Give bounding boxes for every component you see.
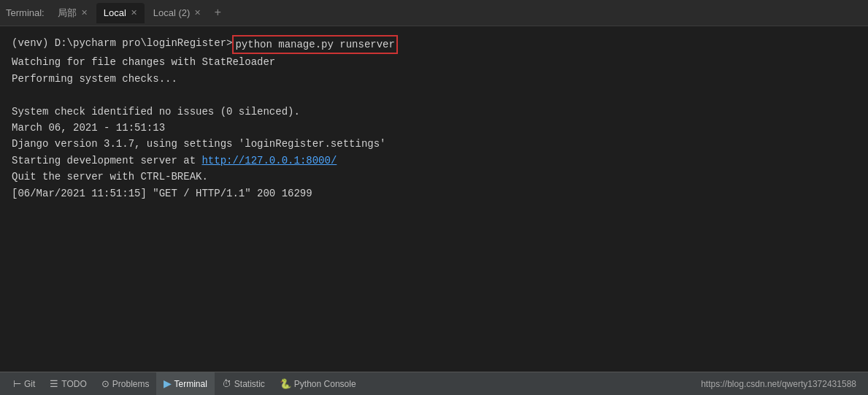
statistic-icon: ⏱ bbox=[222, 378, 231, 389]
tab-local2-close[interactable]: ✕ bbox=[194, 9, 201, 17]
terminal-line-date: March 06, 2021 - 11:51:13 bbox=[12, 120, 856, 136]
terminal-line-django: Django version 3.1.7, using settings 'lo… bbox=[12, 136, 856, 152]
python-console-icon: 🐍 bbox=[280, 378, 291, 389]
line-text: March 06, 2021 - 11:51:13 bbox=[12, 120, 165, 136]
terminal-content: (venv) D:\pycharm pro\loginRegister>pyth… bbox=[0, 26, 868, 372]
line-text: Watching for file changes with StatReloa… bbox=[12, 54, 275, 70]
tab-jubu-close[interactable]: ✕ bbox=[81, 9, 88, 17]
tab-local[interactable]: Local ✕ bbox=[96, 3, 145, 23]
statusbar-problems-label: Problems bbox=[112, 379, 150, 389]
status-bar: ⊢ Git ☰ TODO ⊙ Problems ▶ Terminal ⏱ Sta… bbox=[0, 372, 868, 395]
terminal-line-quit: Quit the server with CTRL-BREAK. bbox=[12, 169, 856, 185]
statusbar-python-console-label: Python Console bbox=[294, 379, 356, 389]
statusbar-todo-label: TODO bbox=[61, 379, 86, 389]
terminal-line-cmd: (venv) D:\pycharm pro\loginRegister>pyth… bbox=[12, 35, 856, 54]
tab-local-label: Local bbox=[104, 7, 126, 18]
statusbar-terminal[interactable]: ▶ Terminal bbox=[156, 372, 214, 395]
tab-jubu[interactable]: 局部 ✕ bbox=[50, 3, 95, 23]
tab-bar: Terminal: 局部 ✕ Local ✕ Local (2) ✕ + bbox=[0, 0, 868, 26]
tab-local2-label: Local (2) bbox=[153, 7, 191, 18]
statusbar-terminal-label: Terminal bbox=[174, 379, 207, 389]
tab-jubu-label: 局部 bbox=[58, 7, 77, 20]
terminal-line-check: System check identified no issues (0 sil… bbox=[12, 104, 856, 120]
terminal-line-server: Starting development server at http://12… bbox=[12, 153, 856, 169]
cmd-prefix: (venv) D:\pycharm pro\loginRegister> bbox=[12, 35, 232, 51]
line-text: System check identified no issues (0 sil… bbox=[12, 104, 300, 120]
todo-icon: ☰ bbox=[50, 378, 58, 389]
cmd-command-highlighted: python manage.py runserver bbox=[232, 35, 397, 54]
git-icon: ⊢ bbox=[13, 378, 21, 389]
line-text: Quit the server with CTRL-BREAK. bbox=[12, 169, 208, 185]
statusbar-statistic-label: Statistic bbox=[234, 379, 265, 389]
terminal-line-empty bbox=[12, 87, 856, 103]
terminal-line-performing: Performing system checks... bbox=[12, 71, 856, 87]
line-text: [06/Mar/2021 11:51:15] "GET / HTTP/1.1" … bbox=[12, 185, 312, 202]
statusbar-python-console[interactable]: 🐍 Python Console bbox=[272, 372, 364, 395]
statusbar-git[interactable]: ⊢ Git bbox=[6, 372, 42, 395]
terminal-icon: ▶ bbox=[164, 378, 171, 389]
statusbar-todo[interactable]: ☰ TODO bbox=[42, 372, 93, 395]
server-prefix: Starting development server at bbox=[12, 153, 201, 169]
statusbar-url: https://blog.csdn.net/qwerty1372431588 bbox=[701, 379, 862, 389]
statusbar-statistic[interactable]: ⏱ Statistic bbox=[215, 372, 272, 395]
terminal-prefix-label: Terminal: bbox=[6, 7, 45, 18]
terminal-line-get: [06/Mar/2021 11:51:15] "GET / HTTP/1.1" … bbox=[12, 185, 856, 202]
terminal-line-watch: Watching for file changes with StatReloa… bbox=[12, 54, 856, 70]
problems-icon: ⊙ bbox=[101, 378, 110, 389]
statusbar-git-label: Git bbox=[24, 379, 35, 389]
tab-add-button[interactable]: + bbox=[210, 7, 226, 20]
line-text: Performing system checks... bbox=[12, 71, 177, 87]
line-text: Django version 3.1.7, using settings 'lo… bbox=[12, 136, 385, 152]
tab-local2[interactable]: Local (2) ✕ bbox=[146, 3, 209, 23]
server-link[interactable]: http://127.0.0.1:8000/ bbox=[201, 153, 337, 169]
statusbar-problems[interactable]: ⊙ Problems bbox=[94, 372, 157, 395]
tab-local-close[interactable]: ✕ bbox=[131, 9, 137, 17]
